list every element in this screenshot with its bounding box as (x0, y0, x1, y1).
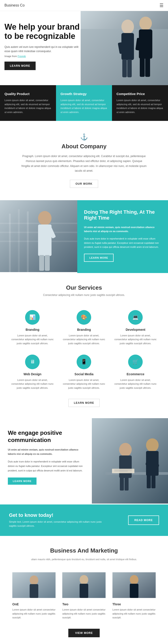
biz-card-two-title: Two (62, 602, 105, 606)
services-section: Our Services Consectetur adipiscing elit… (0, 273, 168, 418)
svg-point-46 (130, 575, 138, 584)
service-webdesign-text: Lorem ipsum dolor sit amet, consectetur … (11, 378, 54, 390)
services-subtitle: Consectetur adipiscing elit nullam nunc … (7, 294, 161, 296)
hero-image-credit: Image from Freepik (4, 55, 81, 58)
svg-rect-9 (140, 58, 145, 77)
about-text: Pragraph. Lorem ipsum dolor sit amet, co… (21, 154, 147, 173)
feature-quality-text: Lorem ipsum dolor sit amet, consectetur … (4, 98, 52, 114)
engage-section: We engage positive communication Ut enim… (0, 418, 168, 504)
services-grid: 📊 Branding Lorem ipsum dolor sit amet, c… (7, 306, 161, 394)
our-work-button[interactable]: OUR WORK (70, 180, 98, 188)
feature-quality: Quality Product Lorem ipsum dolor sit am… (0, 85, 56, 121)
engage-learn-more-button[interactable]: LEARN MORE (8, 478, 36, 485)
doing-para1: Ut enim ad minim veniam, quis nostrud ex… (84, 225, 161, 234)
svg-rect-10 (145, 58, 150, 77)
view-more-button[interactable]: VIEW MORE (68, 629, 99, 637)
svg-rect-5 (122, 59, 127, 77)
feature-growth-text: Lorem ipsum dolor sit amet, consectetur … (61, 98, 107, 114)
anchor-icon: ⚓ (18, 133, 150, 141)
svg-point-3 (121, 20, 134, 34)
biz-card-two: Two Lorem ipsum dolor sit amet consectet… (59, 568, 109, 622)
svg-rect-14 (9, 214, 11, 272)
hero-learn-more-button[interactable]: LEARN MORE (4, 62, 36, 70)
svg-rect-47 (130, 584, 138, 598)
biz-section: Business And Marketing uliam mauris nibh… (0, 536, 168, 644)
service-ecommerce-icon: 🛒 (128, 354, 143, 369)
service-branding2-icon: 🎨 (77, 310, 91, 325)
svg-rect-4 (121, 33, 134, 60)
service-branding2-title: Branding (63, 328, 105, 332)
about-title: About Company (18, 143, 150, 150)
service-socialmedia-icon: 📱 (77, 354, 91, 369)
feature-quality-title: Quality Product (4, 92, 52, 96)
service-item-webdesign: 🖥 Web Design Lorem ipsum dolor sit amet,… (7, 350, 58, 394)
svg-rect-17 (0, 223, 77, 224)
svg-rect-36 (147, 475, 151, 488)
service-webdesign-title: Web Design (11, 372, 54, 376)
services-learn-more-button[interactable]: LEARN MORE (68, 399, 100, 407)
service-ecommerce-text: Lorem ipsum dolor sit amet, consectetur … (114, 378, 157, 390)
engage-title: We engage positive communication (8, 430, 84, 443)
svg-point-7 (139, 17, 152, 30)
biz-card-three: Three Lorem ipsum dolor sit amet consect… (109, 568, 159, 622)
freepik-link[interactable]: Freepik (18, 55, 26, 58)
hero-section: We help your brand to be recognizable Qu… (0, 11, 168, 85)
svg-rect-22 (39, 255, 44, 271)
get-to-know-text: Simple text. Lorem ipsum dolor sit amet,… (9, 520, 103, 528)
biz-card-three-image (112, 570, 156, 600)
doing-right-content: Doing The Right Thing, At The Right Time… (77, 200, 168, 273)
biz-card-one-image (12, 570, 56, 600)
svg-rect-41 (30, 584, 38, 598)
svg-rect-33 (114, 471, 128, 472)
hero-text: We help your brand to be recognizable Qu… (4, 22, 81, 79)
feature-price-text: Lorem ipsum dolor sit amet, consectetur … (116, 98, 164, 114)
service-development-text: Lorem ipsum dolor sit amet, consectetur … (114, 334, 157, 346)
svg-point-34 (146, 438, 159, 452)
doing-title: Doing The Right Thing, At The Right Time (84, 209, 161, 221)
svg-point-43 (80, 575, 88, 584)
biz-cards-grid: OnE Lorem ipsum dolor sit amet consectet… (9, 568, 159, 622)
feature-growth: Growth Strategy Lorem ipsum dolor sit am… (56, 85, 112, 121)
biz-card-two-image (62, 570, 105, 600)
service-item-ecommerce: 🛒 Ecommerce Lorem ipsum dolor sit amet, … (110, 350, 161, 394)
doing-image-svg (0, 200, 77, 272)
svg-rect-44 (80, 584, 88, 598)
navbar: Business Co ☰ (0, 0, 168, 11)
engage-para1: Ut enim ad minim veniam, quis nostrud ex… (8, 448, 84, 456)
service-item-branding1: 📊 Branding Lorem ipsum dolor sit amet, c… (7, 306, 58, 350)
feature-price: Competitive Price Lorem ipsum dolor sit … (112, 85, 168, 121)
logo: Business Co (4, 3, 25, 8)
hamburger-icon[interactable]: ☰ (160, 3, 164, 8)
biz-card-three-title: Three (112, 602, 156, 606)
svg-rect-37 (151, 475, 156, 488)
svg-rect-28 (119, 456, 132, 478)
doing-learn-more-button[interactable]: LEARN MORE (84, 254, 114, 262)
hero-image-svg (81, 11, 168, 85)
service-branding1-icon: 📊 (25, 310, 40, 325)
feature-growth-title: Growth Strategy (61, 92, 107, 96)
svg-rect-29 (120, 477, 124, 490)
hero-title: We help your brand to be recognizable (4, 22, 81, 41)
about-section: ⚓ About Company Pragraph. Lorem ipsum do… (0, 121, 168, 200)
read-more-button[interactable]: READ MORE (128, 516, 159, 525)
service-webdesign-icon: 🖥 (25, 354, 40, 369)
service-item-branding2: 🎨 Branding Lorem ipsum dolor sit amet, c… (58, 306, 110, 350)
service-ecommerce-title: Ecommerce (114, 372, 157, 376)
svg-point-27 (119, 443, 132, 456)
doing-left-image (0, 200, 77, 273)
service-development-title: Development (114, 328, 157, 332)
biz-card-three-text: Lorem ipsum dolor sit amet consectetur a… (112, 608, 156, 620)
service-item-socialmedia: 📱 Social Media Lorem ipsum dolor sit ame… (58, 350, 110, 394)
biz-subtitle: uliam mauris nibh, pellentesque quis tin… (17, 557, 151, 562)
biz-card-one-title: OnE (12, 602, 56, 606)
get-to-know-left: Get to know today! Simple text. Lorem ip… (9, 512, 103, 528)
svg-rect-32 (114, 470, 132, 470)
service-socialmedia-title: Social Media (63, 372, 105, 376)
service-branding1-title: Branding (11, 328, 54, 332)
services-title: Our Services (7, 284, 161, 291)
svg-rect-8 (139, 30, 152, 59)
service-branding2-text: Lorem ipsum dolor sit amet, consectetur … (63, 334, 105, 346)
engage-right-image (92, 418, 168, 504)
service-socialmedia-text: Lorem ipsum dolor sit amet, consectetur … (63, 378, 105, 390)
biz-card-one-text: Lorem ipsum dolor sit amet consectetur a… (12, 608, 56, 620)
